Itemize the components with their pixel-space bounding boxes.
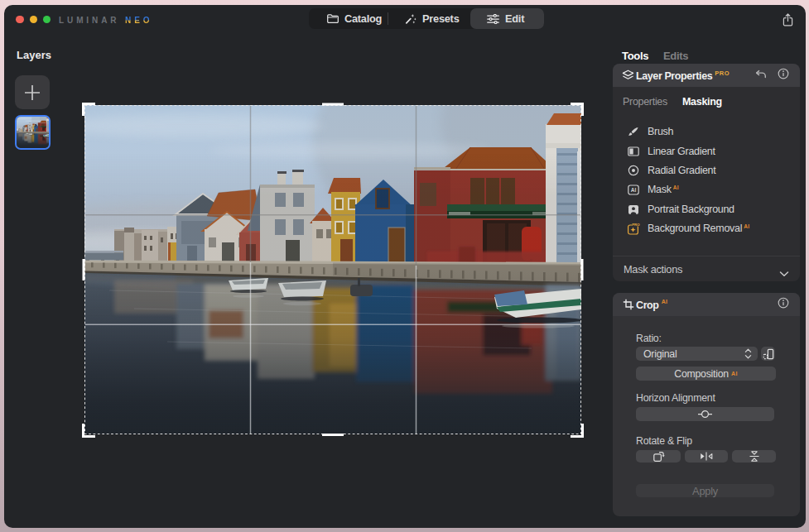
svg-text:AI: AI <box>631 187 637 193</box>
svg-text:PRO: PRO <box>632 223 640 227</box>
